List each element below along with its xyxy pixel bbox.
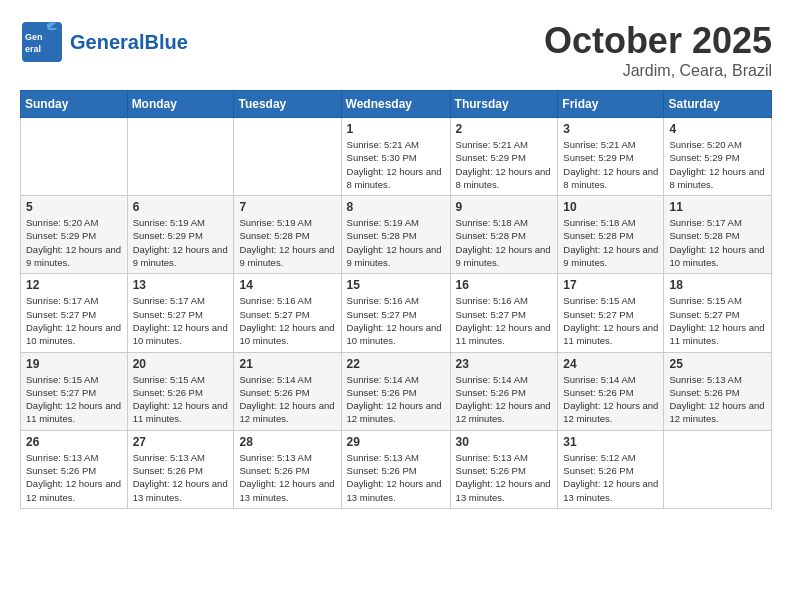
sunrise: Sunrise: 5:15 AM: [669, 295, 741, 306]
calendar-week-row: 1 Sunrise: 5:21 AM Sunset: 5:30 PM Dayli…: [21, 118, 772, 196]
day-number: 25: [669, 357, 766, 371]
sunrise: Sunrise: 5:17 AM: [133, 295, 205, 306]
day-info: Sunrise: 5:16 AM Sunset: 5:27 PM Dayligh…: [456, 294, 553, 347]
sunset: Sunset: 5:28 PM: [347, 230, 417, 241]
day-info: Sunrise: 5:18 AM Sunset: 5:28 PM Dayligh…: [563, 216, 658, 269]
daylight: Daylight: 12 hours and 9 minutes.: [347, 244, 442, 268]
daylight: Daylight: 12 hours and 9 minutes.: [456, 244, 551, 268]
daylight: Daylight: 12 hours and 13 minutes.: [133, 478, 228, 502]
day-info: Sunrise: 5:15 AM Sunset: 5:27 PM Dayligh…: [563, 294, 658, 347]
calendar-cell: 18 Sunrise: 5:15 AM Sunset: 5:27 PM Dayl…: [664, 274, 772, 352]
calendar-cell: 3 Sunrise: 5:21 AM Sunset: 5:29 PM Dayli…: [558, 118, 664, 196]
calendar-cell: 1 Sunrise: 5:21 AM Sunset: 5:30 PM Dayli…: [341, 118, 450, 196]
logo: Gen eral GeneralBlue: [20, 20, 188, 64]
sunset: Sunset: 5:26 PM: [563, 387, 633, 398]
sunset: Sunset: 5:26 PM: [456, 465, 526, 476]
logo-icon: Gen eral: [20, 20, 64, 64]
calendar-cell: 13 Sunrise: 5:17 AM Sunset: 5:27 PM Dayl…: [127, 274, 234, 352]
sunset: Sunset: 5:27 PM: [26, 387, 96, 398]
logo-blue: Blue: [144, 31, 187, 53]
calendar-cell: 27 Sunrise: 5:13 AM Sunset: 5:26 PM Dayl…: [127, 430, 234, 508]
sunrise: Sunrise: 5:14 AM: [239, 374, 311, 385]
sunrise: Sunrise: 5:14 AM: [456, 374, 528, 385]
day-number: 29: [347, 435, 445, 449]
sunrise: Sunrise: 5:13 AM: [239, 452, 311, 463]
day-info: Sunrise: 5:14 AM Sunset: 5:26 PM Dayligh…: [347, 373, 445, 426]
sunset: Sunset: 5:26 PM: [347, 387, 417, 398]
daylight: Daylight: 12 hours and 11 minutes.: [669, 322, 764, 346]
calendar-week-row: 12 Sunrise: 5:17 AM Sunset: 5:27 PM Dayl…: [21, 274, 772, 352]
sunset: Sunset: 5:29 PM: [456, 152, 526, 163]
day-info: Sunrise: 5:12 AM Sunset: 5:26 PM Dayligh…: [563, 451, 658, 504]
sunrise: Sunrise: 5:15 AM: [563, 295, 635, 306]
sunrise: Sunrise: 5:13 AM: [456, 452, 528, 463]
day-header-friday: Friday: [558, 91, 664, 118]
sunrise: Sunrise: 5:21 AM: [563, 139, 635, 150]
day-header-monday: Monday: [127, 91, 234, 118]
daylight: Daylight: 12 hours and 11 minutes.: [26, 400, 121, 424]
daylight: Daylight: 12 hours and 11 minutes.: [456, 322, 551, 346]
day-info: Sunrise: 5:18 AM Sunset: 5:28 PM Dayligh…: [456, 216, 553, 269]
sunset: Sunset: 5:28 PM: [563, 230, 633, 241]
day-number: 31: [563, 435, 658, 449]
daylight: Daylight: 12 hours and 8 minutes.: [563, 166, 658, 190]
daylight: Daylight: 12 hours and 9 minutes.: [26, 244, 121, 268]
sunrise: Sunrise: 5:19 AM: [133, 217, 205, 228]
calendar-cell: 28 Sunrise: 5:13 AM Sunset: 5:26 PM Dayl…: [234, 430, 341, 508]
sunset: Sunset: 5:27 PM: [26, 309, 96, 320]
daylight: Daylight: 12 hours and 9 minutes.: [239, 244, 334, 268]
sunrise: Sunrise: 5:16 AM: [239, 295, 311, 306]
daylight: Daylight: 12 hours and 12 minutes.: [347, 400, 442, 424]
day-info: Sunrise: 5:16 AM Sunset: 5:27 PM Dayligh…: [239, 294, 335, 347]
calendar-cell: 21 Sunrise: 5:14 AM Sunset: 5:26 PM Dayl…: [234, 352, 341, 430]
day-info: Sunrise: 5:13 AM Sunset: 5:26 PM Dayligh…: [347, 451, 445, 504]
sunset: Sunset: 5:26 PM: [456, 387, 526, 398]
sunrise: Sunrise: 5:21 AM: [347, 139, 419, 150]
sunset: Sunset: 5:26 PM: [347, 465, 417, 476]
daylight: Daylight: 12 hours and 13 minutes.: [456, 478, 551, 502]
day-info: Sunrise: 5:20 AM Sunset: 5:29 PM Dayligh…: [26, 216, 122, 269]
calendar-table: SundayMondayTuesdayWednesdayThursdayFrid…: [20, 90, 772, 509]
page-header: Gen eral GeneralBlue October 2025 Jardim…: [20, 20, 772, 80]
sunrise: Sunrise: 5:19 AM: [239, 217, 311, 228]
sunset: Sunset: 5:26 PM: [239, 387, 309, 398]
day-info: Sunrise: 5:15 AM Sunset: 5:27 PM Dayligh…: [669, 294, 766, 347]
calendar-cell: 10 Sunrise: 5:18 AM Sunset: 5:28 PM Dayl…: [558, 196, 664, 274]
sunrise: Sunrise: 5:13 AM: [669, 374, 741, 385]
day-number: 22: [347, 357, 445, 371]
sunset: Sunset: 5:28 PM: [239, 230, 309, 241]
calendar-cell: 17 Sunrise: 5:15 AM Sunset: 5:27 PM Dayl…: [558, 274, 664, 352]
day-info: Sunrise: 5:16 AM Sunset: 5:27 PM Dayligh…: [347, 294, 445, 347]
daylight: Daylight: 12 hours and 11 minutes.: [133, 400, 228, 424]
daylight: Daylight: 12 hours and 8 minutes.: [669, 166, 764, 190]
day-info: Sunrise: 5:14 AM Sunset: 5:26 PM Dayligh…: [456, 373, 553, 426]
daylight: Daylight: 12 hours and 10 minutes.: [26, 322, 121, 346]
location-title: Jardim, Ceara, Brazil: [544, 62, 772, 80]
calendar-cell: 22 Sunrise: 5:14 AM Sunset: 5:26 PM Dayl…: [341, 352, 450, 430]
sunrise: Sunrise: 5:14 AM: [347, 374, 419, 385]
day-number: 28: [239, 435, 335, 449]
daylight: Daylight: 12 hours and 13 minutes.: [347, 478, 442, 502]
day-number: 4: [669, 122, 766, 136]
day-number: 17: [563, 278, 658, 292]
daylight: Daylight: 12 hours and 10 minutes.: [347, 322, 442, 346]
day-info: Sunrise: 5:19 AM Sunset: 5:28 PM Dayligh…: [239, 216, 335, 269]
calendar-cell: 2 Sunrise: 5:21 AM Sunset: 5:29 PM Dayli…: [450, 118, 558, 196]
day-number: 3: [563, 122, 658, 136]
day-number: 27: [133, 435, 229, 449]
sunrise: Sunrise: 5:16 AM: [456, 295, 528, 306]
sunrise: Sunrise: 5:13 AM: [347, 452, 419, 463]
calendar-cell: 24 Sunrise: 5:14 AM Sunset: 5:26 PM Dayl…: [558, 352, 664, 430]
sunrise: Sunrise: 5:15 AM: [26, 374, 98, 385]
day-number: 24: [563, 357, 658, 371]
calendar-week-row: 26 Sunrise: 5:13 AM Sunset: 5:26 PM Dayl…: [21, 430, 772, 508]
day-info: Sunrise: 5:17 AM Sunset: 5:27 PM Dayligh…: [133, 294, 229, 347]
day-info: Sunrise: 5:15 AM Sunset: 5:26 PM Dayligh…: [133, 373, 229, 426]
calendar-cell: 20 Sunrise: 5:15 AM Sunset: 5:26 PM Dayl…: [127, 352, 234, 430]
daylight: Daylight: 12 hours and 10 minutes.: [133, 322, 228, 346]
day-info: Sunrise: 5:20 AM Sunset: 5:29 PM Dayligh…: [669, 138, 766, 191]
sunrise: Sunrise: 5:19 AM: [347, 217, 419, 228]
daylight: Daylight: 12 hours and 13 minutes.: [563, 478, 658, 502]
day-header-wednesday: Wednesday: [341, 91, 450, 118]
daylight: Daylight: 12 hours and 10 minutes.: [239, 322, 334, 346]
